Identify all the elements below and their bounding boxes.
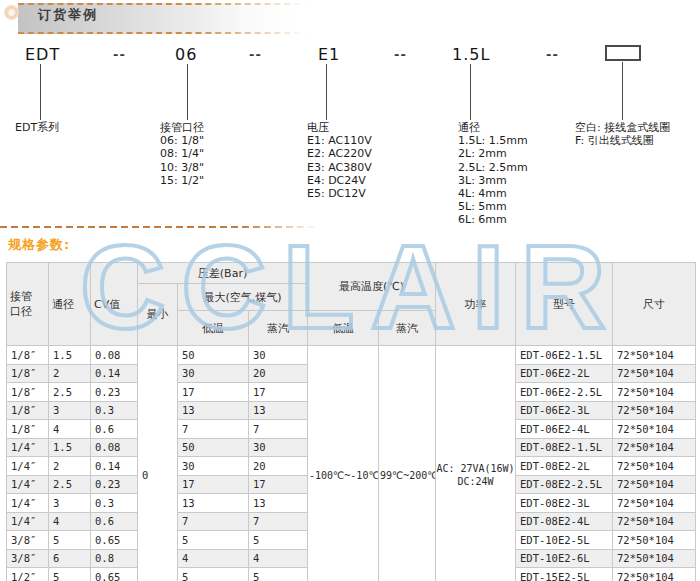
cell-model: EDT-15E2-5L	[516, 568, 613, 581]
table-cell: 20	[249, 457, 308, 476]
table-cell: 0.6	[91, 512, 138, 531]
header-row-1: 接管 口径 通径 CV值 压差(Bar) 最高温度(℃) 功率 型号 尺寸	[7, 263, 696, 284]
table-cell: 5	[49, 568, 91, 581]
table-cell: 1/8″	[7, 364, 49, 383]
cell-size: 72*50*104	[613, 512, 696, 531]
legend-orifice: 通径1.5L: 1.5mm2L: 2mm2.5L: 2.5mm3L: 3mm4L…	[458, 121, 528, 227]
table-cell: 0.65	[91, 568, 138, 581]
table-cell: 0.23	[91, 383, 138, 402]
table-cell: 2.5	[49, 383, 91, 402]
cell-model: EDT-06E2-1.5L	[516, 346, 613, 365]
label-line: 3L: 3mm	[458, 174, 528, 187]
table-cell: 0.3	[91, 494, 138, 513]
legend-coil: 空白: 接线盒式线圈F: 引出线式线圈	[575, 121, 670, 147]
cell-model: EDT-06E2-2L	[516, 364, 613, 383]
connector-line	[622, 62, 623, 120]
label-line: 接管口径	[160, 121, 204, 134]
table-cell: 3	[49, 401, 91, 420]
table-cell: 2.5	[49, 475, 91, 494]
legend-series: EDT系列	[15, 121, 59, 134]
table-cell: 50	[178, 438, 249, 457]
table-cell: 20	[249, 364, 308, 383]
cell-size: 72*50*104	[613, 457, 696, 476]
cell-model: EDT-10E2-6L	[516, 549, 613, 568]
cell-size: 72*50*104	[613, 420, 696, 439]
table-cell: 0.23	[91, 475, 138, 494]
table-cell: 13	[178, 494, 249, 513]
cell-size: 72*50*104	[613, 364, 696, 383]
spec-table: 接管 口径 通径 CV值 压差(Bar) 最高温度(℃) 功率 型号 尺寸 最小…	[6, 262, 696, 581]
col-header-pressure-group: 压差(Bar)	[138, 263, 308, 284]
code-series: EDT	[25, 45, 60, 64]
cell-model: EDT-06E2-3L	[516, 401, 613, 420]
col-header-bore: 接管 口径	[7, 263, 49, 346]
table-cell: 13	[249, 401, 308, 420]
dashed-separator	[0, 226, 322, 228]
cell-size: 72*50*104	[613, 549, 696, 568]
connector-line	[470, 64, 471, 120]
table-cell: 1/8″	[7, 420, 49, 439]
spec-table-body: 1/8″1.50.0805030-100℃~-10℃99℃~200℃AC: 27…	[7, 346, 696, 581]
table-cell: 30	[178, 457, 249, 476]
cell-model: EDT-08E2-4L	[516, 512, 613, 531]
table-cell: 30	[249, 346, 308, 365]
label-line: E4: DC24V	[307, 174, 372, 187]
cell-model: EDT-08E2-3L	[516, 494, 613, 513]
table-cell: 6	[49, 549, 91, 568]
table-cell: 1/8″	[7, 383, 49, 402]
spec-section-title: 规格参数:	[8, 236, 70, 254]
code-voltage: E1	[318, 45, 340, 64]
table-cell: 2	[49, 364, 91, 383]
table-cell: 3/8″	[7, 531, 49, 550]
label-line: 通径	[458, 121, 528, 134]
label-line: 06: 1/8"	[160, 134, 204, 147]
cell-model: EDT-10E2-5L	[516, 531, 613, 550]
table-cell: 17	[249, 475, 308, 494]
label-line: EDT系列	[15, 121, 59, 134]
col-header-model: 型号	[516, 263, 613, 346]
blank-option-box	[605, 45, 641, 61]
table-cell: 17	[178, 475, 249, 494]
label-line: E3: AC380V	[307, 161, 372, 174]
merged-cell-temp-low: -100℃~-10℃	[308, 346, 379, 581]
table-cell: 50	[178, 346, 249, 365]
code-orifice: 1.5L	[452, 45, 490, 64]
connector-line	[187, 64, 188, 120]
label-line: 空白: 接线盒式线圈	[575, 121, 670, 134]
cell-size: 72*50*104	[613, 346, 696, 365]
cell-model: EDT-08E2-2.5L	[516, 475, 613, 494]
table-cell: 2	[49, 457, 91, 476]
table-cell: 0.6	[91, 420, 138, 439]
table-cell: 0.65	[91, 531, 138, 550]
table-cell: 17	[249, 383, 308, 402]
table-cell: 0.08	[91, 346, 138, 365]
cell-size: 72*50*104	[613, 401, 696, 420]
code-separator: --	[249, 47, 262, 62]
merged-cell-temp-steam: 99℃~200℃	[379, 346, 436, 581]
label-line: E5: DC12V	[307, 187, 372, 200]
cell-model: EDT-08E2-1.5L	[516, 438, 613, 457]
connector-line	[326, 64, 327, 120]
table-cell: 1/8″	[7, 401, 49, 420]
merged-cell-power: AC: 27VA(16W) DC:24W	[436, 346, 516, 581]
table-cell: 1.5	[49, 346, 91, 365]
col-header-power: 功率	[436, 263, 516, 346]
label-line: 1.5L: 1.5mm	[458, 134, 528, 147]
label-line: 6L: 6mm	[458, 213, 528, 226]
table-cell: 17	[178, 383, 249, 402]
code-separator: --	[546, 47, 559, 62]
legend-voltage: 电压E1: AC110VE2: AC220VE3: AC380VE4: DC24…	[307, 121, 372, 200]
cell-model: EDT-08E2-2L	[516, 457, 613, 476]
table-cell: 3	[49, 494, 91, 513]
table-cell: 13	[178, 401, 249, 420]
table-cell: 1/4″	[7, 475, 49, 494]
label-line: 电压	[307, 121, 372, 134]
table-cell: 5	[249, 531, 308, 550]
cell-size: 72*50*104	[613, 383, 696, 402]
col-header-cv: CV值	[91, 263, 138, 346]
table-cell: 0.08	[91, 438, 138, 457]
label-line: 10: 3/8"	[160, 161, 204, 174]
col-header-size: 尺寸	[613, 263, 696, 346]
table-cell: 0.8	[91, 549, 138, 568]
cell-size: 72*50*104	[613, 494, 696, 513]
